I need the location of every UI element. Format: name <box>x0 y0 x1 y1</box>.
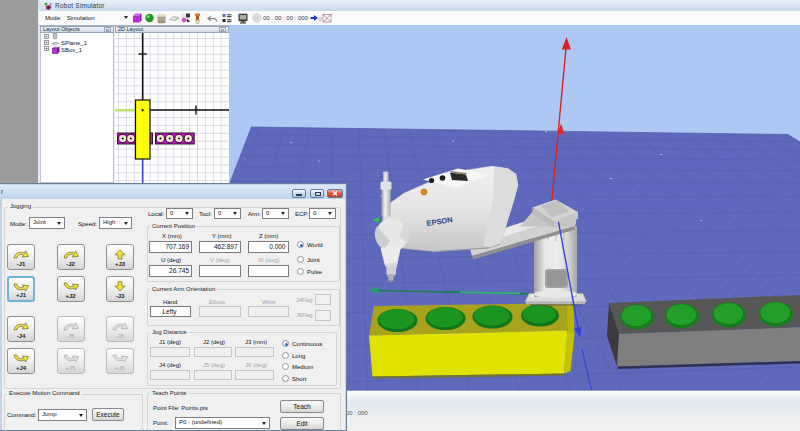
svg-text:0: 0 <box>318 16 322 22</box>
